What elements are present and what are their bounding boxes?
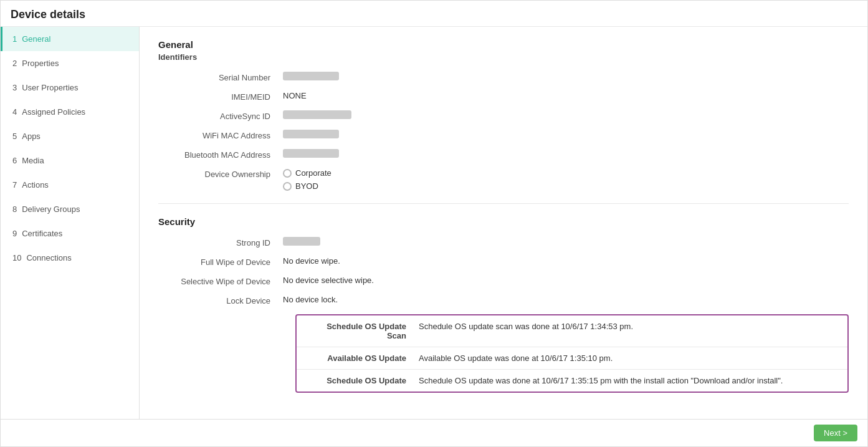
imei-label: IMEI/MEID [158,91,283,102]
wifi-value [283,130,849,138]
ownership-value: Corporate BYOD [283,168,849,191]
sidebar-item-label: General [22,34,50,44]
sidebar-item-num: 4 [12,107,17,117]
available-os-value: Available OS update was done at 10/6/17 … [419,353,837,363]
sidebar-item-actions[interactable]: 7Actions [1,173,139,197]
sidebar-item-num: 3 [12,83,17,92]
sidebar-item-num: 8 [12,204,17,214]
ownership-corporate-option[interactable]: Corporate [283,168,849,178]
section-identifiers-subtitle: Identifiers [158,52,849,62]
schedule-os-update-row: Schedule OS Update Schedule OS update wa… [297,370,847,392]
bluetooth-blur [283,149,339,158]
sidebar-item-label: Properties [22,59,59,68]
sidebar-item-label: Delivery Groups [22,204,80,214]
page-title-bar: Device details [1,1,867,27]
app-container: Device details 1General2Properties3User … [0,0,868,447]
activesync-label: ActiveSync ID [158,110,283,121]
selective-wipe-row: Selective Wipe of Device No device selec… [158,276,849,286]
available-os-label: Available OS Update [307,353,419,363]
schedule-os-scan-row: Schedule OS Update Scan Schedule OS upda… [297,315,847,347]
sidebar-item-label: Media [22,156,44,165]
schedule-os-scan-label: Schedule OS Update Scan [307,322,419,340]
selective-wipe-value: No device selective wipe. [283,276,849,285]
sidebar-item-num: 6 [12,156,17,165]
schedule-os-update-label: Schedule OS Update [307,376,419,385]
serial-number-row: Serial Number [158,72,849,82]
sidebar-item-user-properties[interactable]: 3User Properties [1,75,139,100]
strong-id-row: Strong ID [158,237,849,248]
sidebar-item-delivery-groups[interactable]: 8Delivery Groups [1,197,139,221]
activesync-row: ActiveSync ID [158,110,849,121]
lock-device-row: Lock Device No device lock. [158,295,849,305]
ownership-corporate-radio[interactable] [283,169,292,178]
next-button[interactable]: Next > [814,425,857,441]
ownership-byod-option[interactable]: BYOD [283,181,849,191]
highlighted-box: Schedule OS Update Scan Schedule OS upda… [295,314,849,393]
ownership-byod-label: BYOD [295,181,318,191]
sidebar-item-num: 5 [12,132,17,141]
imei-row: IMEI/MEID NONE [158,91,849,102]
lock-device-value: No device lock. [283,295,849,304]
activesync-value [283,110,849,119]
sidebar-item-label: Actions [22,180,49,190]
ownership-label: Device Ownership [158,168,283,179]
sidebar-item-certificates[interactable]: 9Certificates [1,221,139,246]
lock-device-label: Lock Device [158,295,283,305]
schedule-os-scan-value: Schedule OS update scan was done at 10/6… [419,322,837,331]
sidebar-item-media[interactable]: 6Media [1,148,139,173]
ownership-radio-group: Corporate BYOD [283,168,849,191]
serial-number-label: Serial Number [158,72,283,82]
sidebar-item-label: Apps [22,132,41,141]
serial-number-blur [283,72,339,80]
sidebar-item-label: Assigned Policies [22,107,85,117]
sidebar-item-label: User Properties [22,83,78,92]
ownership-row: Device Ownership Corporate BYOD [158,168,849,191]
strong-id-label: Strong ID [158,237,283,248]
sidebar-item-apps[interactable]: 5Apps [1,124,139,148]
sidebar-item-num: 1 [12,34,17,44]
content-area: General Identifiers Serial Number IMEI/M… [140,27,867,419]
selective-wipe-label: Selective Wipe of Device [158,276,283,286]
page-title: Device details [11,8,857,21]
serial-number-value [283,72,849,80]
strong-id-value [283,237,849,246]
wifi-label: WiFi MAC Address [158,130,283,140]
sidebar-item-num: 9 [12,229,17,238]
sidebar-item-num: 10 [12,253,21,262]
sidebar-item-connections[interactable]: 10Connections [1,246,139,270]
bluetooth-label: Bluetooth MAC Address [158,149,283,160]
available-os-row: Available OS Update Available OS update … [297,347,847,370]
footer-bar: Next > [1,419,867,446]
sidebar-item-num: 7 [12,180,17,190]
section-security-title: Security [158,216,849,227]
strong-id-blur [283,237,320,246]
schedule-os-update-value: Schedule OS update was done at 10/6/17 1… [419,376,837,385]
sidebar-item-label: Certificates [22,229,62,238]
activesync-blur [283,110,351,119]
wifi-blur [283,130,339,138]
sidebar: 1General2Properties3User Properties4Assi… [1,27,140,419]
ownership-corporate-label: Corporate [295,168,331,178]
bluetooth-row: Bluetooth MAC Address [158,149,849,160]
sidebar-item-assigned-policies[interactable]: 4Assigned Policies [1,100,139,124]
sidebar-item-label: Connections [26,253,71,262]
bluetooth-value [283,149,849,158]
full-wipe-label: Full Wipe of Device [158,256,283,267]
full-wipe-value: No device wipe. [283,256,849,266]
sidebar-item-properties[interactable]: 2Properties [1,51,139,75]
main-layout: 1General2Properties3User Properties4Assi… [1,27,867,419]
section-general-title: General [158,39,849,50]
ownership-byod-radio[interactable] [283,182,292,191]
sidebar-item-num: 2 [12,59,17,68]
sidebar-item-general[interactable]: 1General [1,27,139,51]
section-divider [158,203,849,204]
wifi-row: WiFi MAC Address [158,130,849,140]
full-wipe-row: Full Wipe of Device No device wipe. [158,256,849,267]
imei-value: NONE [283,91,849,100]
